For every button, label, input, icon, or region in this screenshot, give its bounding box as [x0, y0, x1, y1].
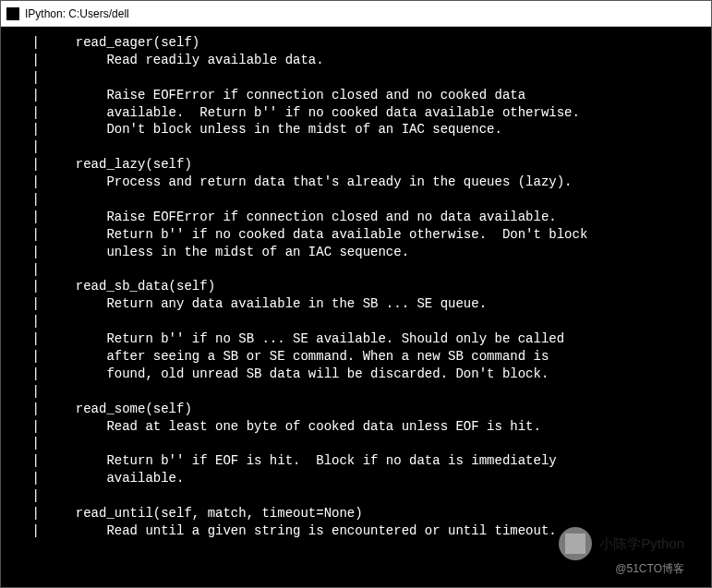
terminal-line: |: [1, 313, 711, 330]
app-icon: [6, 7, 19, 20]
terminal-line: |: [1, 138, 711, 156]
terminal-line: | Raise EOFError if connection closed an…: [1, 209, 711, 226]
terminal-line: | Read readily available data.: [1, 52, 711, 69]
terminal-line: |: [1, 191, 711, 209]
terminal-line: | Return b'' if no cooked data available…: [1, 226, 711, 244]
terminal-line: | read_some(self): [1, 401, 711, 418]
terminal-line: | unless in the midst of an IAC sequence…: [1, 244, 711, 261]
terminal-line: | Return any data available in the SB ..…: [1, 295, 711, 313]
terminal-line: | found, old unread SB data will be disc…: [1, 366, 711, 383]
terminal-line: | read_lazy(self): [1, 156, 711, 174]
terminal-line: | Return b'' if EOF is hit. Block if no …: [1, 452, 711, 470]
terminal-output[interactable]: | read_eager(self)| Read readily availab…: [1, 27, 711, 587]
terminal-line: | Return b'' if no SB ... SE available. …: [1, 330, 711, 348]
terminal-line: | available.: [1, 470, 711, 487]
titlebar[interactable]: IPython: C:Users/dell: [1, 1, 711, 27]
terminal-line: | read_sb_data(self): [1, 278, 711, 295]
terminal-line: | Read until a given string is encounter…: [1, 522, 711, 540]
terminal-line: |: [1, 69, 711, 87]
terminal-line: | Read at least one byte of cooked data …: [1, 418, 711, 436]
terminal-line: | Don't block unless in the midst of an …: [1, 121, 711, 138]
terminal-line: |: [1, 383, 711, 401]
window-title: IPython: C:Users/dell: [25, 7, 129, 20]
terminal-line: | read_eager(self): [1, 34, 711, 52]
terminal-line: | after seeing a SB or SE command. When …: [1, 348, 711, 366]
window-frame: IPython: C:Users/dell | read_eager(self)…: [0, 0, 712, 588]
terminal-line: | read_until(self, match, timeout=None): [1, 505, 711, 522]
terminal-line: | available. Return b'' if no cooked dat…: [1, 104, 711, 122]
terminal-line: |: [1, 487, 711, 505]
terminal-line: |: [1, 435, 711, 452]
terminal-line: | Process and return data that's already…: [1, 174, 711, 191]
terminal-line: |: [1, 261, 711, 279]
terminal-line: | Raise EOFError if connection closed an…: [1, 87, 711, 104]
